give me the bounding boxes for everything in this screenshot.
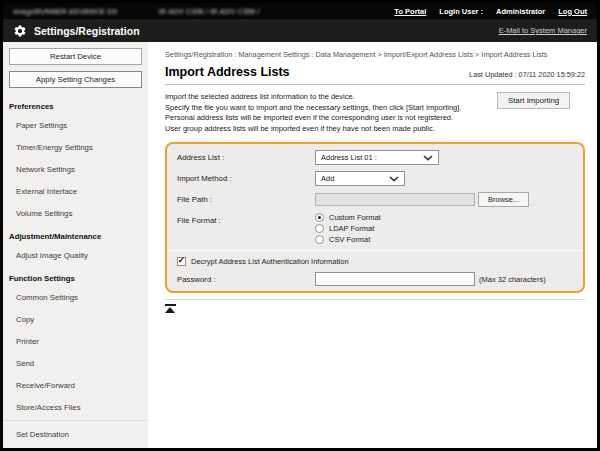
- import-method-select[interactable]: Add: [315, 171, 405, 186]
- sidebar-section-preferences: Preferences: [3, 94, 148, 114]
- sidebar-item-store-access-files[interactable]: Store/Access Files: [3, 396, 148, 418]
- radio-label-ldap-format: LDAP Format: [329, 224, 374, 233]
- checkmark-icon: ✓: [178, 256, 186, 265]
- app-title: Settings/Registration: [34, 25, 499, 37]
- page-title: Import Address Lists: [165, 65, 290, 79]
- description-line: User group address lists will be importe…: [165, 124, 497, 135]
- sidebar-item-adjust-image-quality[interactable]: Adjust Image Quality: [3, 244, 148, 266]
- title-row: Import Address Lists Last Updated : 07/1…: [165, 65, 585, 85]
- import-settings-form: Address List : Address List 01 : Import …: [165, 142, 585, 293]
- start-importing-button[interactable]: Start Importing: [497, 92, 570, 109]
- app-header: Settings/Registration E-Mail to System M…: [3, 19, 597, 42]
- sidebar-section-adjustment-maintenance: Adjustment/Maintenance: [3, 224, 148, 244]
- description-row: Import the selected address list informa…: [165, 92, 585, 134]
- description-line: Personal address lists will be imported …: [165, 113, 497, 124]
- sidebar: Restart Device Apply Setting Changes Pre…: [3, 42, 148, 448]
- back-to-top-icon[interactable]: [165, 304, 176, 313]
- radio-icon-ldap-format[interactable]: [315, 224, 324, 233]
- sidebar-item-common-settings[interactable]: Common Settings: [3, 286, 148, 308]
- file-path-row: File Path : Browse...: [167, 189, 583, 210]
- description-line: Import the selected address list informa…: [165, 92, 497, 103]
- import-method-row: Import Method : Add: [167, 168, 583, 189]
- gear-icon: [13, 24, 27, 38]
- import-method-label: Import Method :: [177, 171, 315, 183]
- sidebar-item-volume-settings[interactable]: Volume Settings: [3, 202, 148, 224]
- content-divider: [165, 299, 585, 300]
- file-path-label: File Path :: [177, 192, 315, 204]
- back-to-top-bar: [165, 304, 176, 306]
- sidebar-item-network-settings[interactable]: Network Settings: [3, 158, 148, 180]
- import-method-selected-value: Add: [321, 174, 334, 183]
- radio-icon-csv-format[interactable]: [315, 235, 324, 244]
- address-list-label: Address List :: [177, 150, 315, 162]
- main-content: Settings/Registration : Management Setti…: [148, 42, 597, 448]
- log-out-link[interactable]: Log Out: [558, 7, 587, 16]
- sidebar-item-external-interface[interactable]: External Interface: [3, 180, 148, 202]
- sidebar-item-paper-settings[interactable]: Paper Settings: [3, 114, 148, 136]
- password-row: Password : (Max 32 characters): [167, 269, 583, 289]
- sidebar-item-copy[interactable]: Copy: [3, 308, 148, 330]
- description-line: Specify the file you want to import and …: [165, 103, 497, 114]
- decrypt-row: ✓ Decrypt Address List Authentication In…: [167, 250, 583, 269]
- device-model: iR ADV C356 / iR ADV C356 /: [159, 7, 260, 16]
- radio-label-custom-format: Custom Format: [329, 213, 381, 222]
- file-format-label: File Format :: [177, 213, 315, 225]
- back-to-top-triangle: [165, 307, 175, 313]
- top-bar: imageRUNNER ADVANCE DX iR ADV C356 / iR …: [3, 3, 597, 19]
- browse-button[interactable]: Browse...: [478, 192, 529, 207]
- body-row: Restart Device Apply Setting Changes Pre…: [3, 42, 597, 448]
- chevron-down-icon: [389, 176, 399, 182]
- sidebar-section-management-settings: Management Settings: [3, 445, 148, 448]
- login-user-label: Login User :: [439, 7, 483, 16]
- address-list-selected-value: Address List 01 :: [321, 153, 377, 162]
- file-format-row: File Format : Custom FormatLDAP FormatCS…: [167, 210, 583, 247]
- sidebar-divider: [3, 420, 148, 421]
- sidebar-sections: PreferencesPaper SettingsTimer/Energy Se…: [3, 94, 148, 448]
- radio-option-ldap-format[interactable]: LDAP Format: [315, 224, 381, 233]
- address-list-row: Address List : Address List 01 :: [167, 147, 583, 168]
- radio-label-csv-format: CSV Format: [329, 235, 370, 244]
- decrypt-checkbox-label: Decrypt Address List Authentication Info…: [191, 257, 349, 266]
- sidebar-item-timer-energy-settings[interactable]: Timer/Energy Settings: [3, 136, 148, 158]
- chevron-down-icon: [423, 155, 433, 161]
- to-portal-link[interactable]: To Portal: [394, 7, 426, 16]
- breadcrumb[interactable]: Settings/Registration : Management Setti…: [165, 50, 585, 59]
- password-note: (Max 32 characters): [479, 272, 546, 284]
- restart-device-button[interactable]: Restart Device: [9, 48, 142, 65]
- device-name: imageRUNNER ADVANCE DX: [13, 7, 118, 16]
- sidebar-section-function-settings: Function Settings: [3, 266, 148, 286]
- sidebar-item-receive-forward[interactable]: Receive/Forward: [3, 374, 148, 396]
- remote-ui-page: imageRUNNER ADVANCE DX iR ADV C356 / iR …: [0, 0, 600, 451]
- address-list-select[interactable]: Address List 01 :: [315, 150, 439, 165]
- login-user-value: Administrator: [496, 7, 545, 16]
- sidebar-item-printer[interactable]: Printer: [3, 330, 148, 352]
- password-input[interactable]: [315, 272, 475, 286]
- sidebar-item-send[interactable]: Send: [3, 352, 148, 374]
- email-to-system-manager-link[interactable]: E-Mail to System Manager: [499, 26, 587, 35]
- password-label: Password :: [177, 272, 315, 284]
- last-updated: Last Updated : 07/11 2020 15:59:22: [469, 70, 585, 79]
- sidebar-item-set-destination[interactable]: Set Destination: [3, 423, 148, 445]
- decrypt-checkbox[interactable]: ✓: [177, 257, 186, 266]
- file-format-options: Custom FormatLDAP FormatCSV Format: [315, 213, 381, 244]
- radio-option-csv-format[interactable]: CSV Format: [315, 235, 381, 244]
- apply-setting-changes-button[interactable]: Apply Setting Changes: [9, 71, 142, 88]
- radio-icon-custom-format[interactable]: [315, 213, 324, 222]
- page-description: Import the selected address list informa…: [165, 92, 497, 134]
- file-path-input: [315, 193, 475, 206]
- radio-option-custom-format[interactable]: Custom Format: [315, 213, 381, 222]
